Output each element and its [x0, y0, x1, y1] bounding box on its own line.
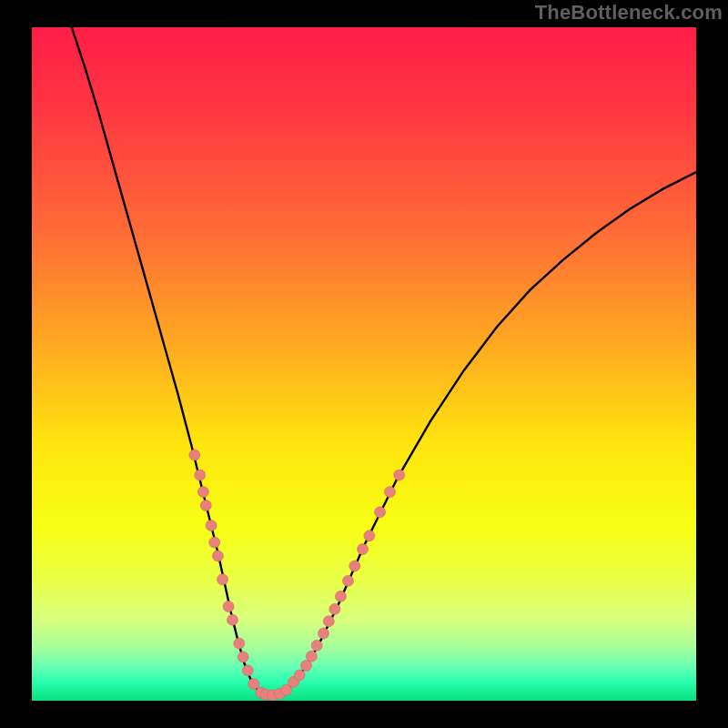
data-marker [200, 500, 211, 511]
data-marker [318, 628, 329, 639]
data-marker [364, 531, 375, 541]
data-marker [384, 487, 395, 498]
plot-area [32, 27, 696, 701]
data-marker [311, 640, 322, 651]
data-marker [248, 679, 259, 690]
data-marker [195, 470, 206, 480]
data-marker [217, 574, 228, 585]
data-marker [294, 670, 305, 681]
data-marker [238, 652, 248, 662]
data-marker [227, 614, 238, 625]
data-marker [375, 507, 386, 518]
data-marker [394, 470, 405, 480]
chart-frame: TheBottleneck.com [0, 0, 728, 728]
data-marker [212, 551, 223, 561]
data-marker [358, 544, 369, 555]
data-marker [342, 575, 353, 586]
gradient-background [32, 27, 696, 701]
data-marker [335, 591, 346, 602]
data-marker [209, 537, 220, 548]
data-marker [223, 601, 234, 612]
data-marker [189, 450, 200, 460]
data-marker [234, 638, 245, 649]
data-marker [206, 521, 217, 531]
data-marker [197, 487, 208, 498]
plot-svg [32, 27, 696, 701]
data-marker [306, 651, 317, 662]
watermark-label: TheBottleneck.com [535, 1, 723, 25]
data-marker [300, 661, 311, 672]
data-marker [349, 561, 360, 571]
data-marker [323, 616, 334, 627]
data-marker [329, 603, 340, 614]
data-marker [242, 665, 253, 676]
